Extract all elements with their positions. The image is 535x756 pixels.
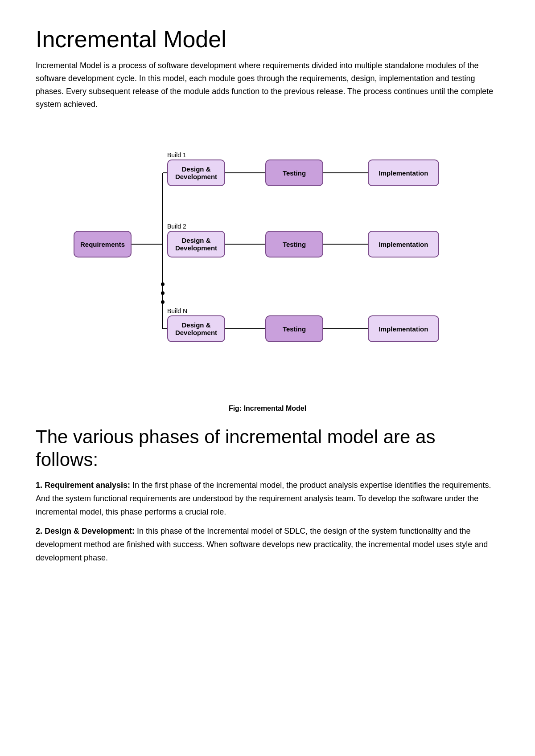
implementation-box-2: Implementation	[368, 231, 439, 257]
diagram: Build 1 Build 2 Build N Requirements Des…	[74, 124, 461, 400]
implementation-box-3: Implementation	[368, 315, 439, 342]
testing-box-1: Testing	[265, 159, 323, 186]
design-dev-box-2: Design & Development	[167, 231, 225, 257]
phase-1-paragraph: 1. Requirement analysis: In the first ph…	[36, 479, 499, 519]
phase-2-paragraph: 2. Design & Development: In this phase o…	[36, 525, 499, 564]
phase-1-title: 1. Requirement analysis:	[36, 481, 130, 490]
buildn-label: Build N	[167, 307, 187, 315]
intro-paragraph: Incremental Model is a process of softwa…	[36, 59, 499, 110]
design-dev-box-1: Design & Development	[167, 159, 225, 186]
testing-box-2: Testing	[265, 231, 323, 257]
svg-point-20	[161, 291, 165, 295]
testing-box-3: Testing	[265, 315, 323, 342]
build2-label: Build 2	[167, 223, 186, 230]
design-dev-box-3: Design & Development	[167, 315, 225, 342]
svg-point-19	[161, 282, 165, 286]
requirements-box: Requirements	[74, 231, 132, 257]
implementation-box-1: Implementation	[368, 159, 439, 186]
page-title: Incremental Model	[36, 27, 499, 52]
diagram-container: Build 1 Build 2 Build N Requirements Des…	[36, 124, 499, 400]
build1-label: Build 1	[167, 151, 186, 159]
svg-point-21	[161, 300, 165, 304]
section-title: The various phases of incremental model …	[36, 426, 499, 471]
phase-2-title: 2. Design & Development:	[36, 527, 135, 535]
diagram-caption: Fig: Incremental Model	[36, 405, 499, 413]
